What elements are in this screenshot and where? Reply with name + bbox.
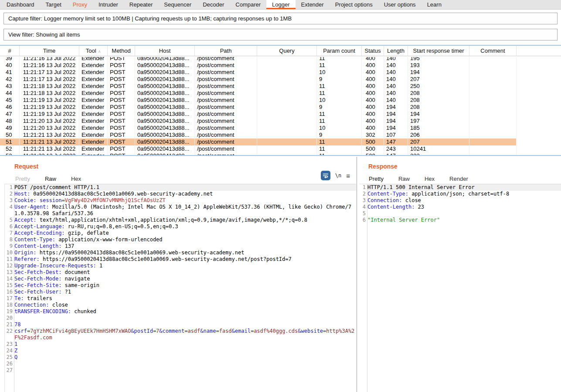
- view-filter-bar[interactable]: View filter: Showing all items: [3, 29, 558, 41]
- log-cell-status: 400: [362, 57, 384, 62]
- column-header-label: Tool: [86, 47, 96, 54]
- tab-repeater[interactable]: Repeater: [124, 0, 158, 9]
- tab-logger[interactable]: Logger: [266, 0, 295, 9]
- log-cell-number: 46: [0, 104, 20, 111]
- tab-proxy[interactable]: Proxy: [67, 0, 93, 9]
- line-content: [14, 361, 356, 367]
- log-cell-method: POST: [108, 83, 135, 90]
- log-cell-path: /post/comment: [195, 152, 257, 155]
- log-row[interactable]: 5311:21:22 13 Jul 2022ExtenderPOST0a9500…: [0, 152, 561, 155]
- log-cell-comment: [469, 111, 517, 118]
- log-row[interactable]: 4211:21:17 13 Jul 2022ExtenderPOST0a9500…: [0, 76, 561, 83]
- editor-line: 1POST /post/comment HTTP/1.1: [5, 184, 356, 191]
- request-response-splitter[interactable]: [357, 157, 357, 392]
- log-cell-param-count: 11: [317, 111, 362, 118]
- log-row[interactable]: 4111:21:17 13 Jul 2022ExtenderPOST0a9500…: [0, 69, 561, 76]
- log-cell-method: POST: [108, 97, 135, 104]
- log-cell-method: POST: [108, 62, 135, 69]
- log-cell-method: POST: [108, 139, 135, 145]
- log-cell-param-count: 11: [317, 83, 362, 90]
- column-header-tool[interactable]: Tool∧: [79, 46, 108, 56]
- word-wrap-toggle-button[interactable]: [321, 171, 330, 180]
- tab-comparer[interactable]: Comparer: [230, 0, 266, 9]
- log-row[interactable]: 4011:21:16 13 Jul 2022ExtenderPOST0a9500…: [0, 62, 561, 69]
- log-cell-param-count: 11: [317, 57, 362, 62]
- log-cell-number: 51: [0, 139, 20, 145]
- line-code: Connection: close: [367, 197, 421, 203]
- request-editor[interactable]: 1POST /post/comment HTTP/1.12Host: 0a950…: [4, 184, 356, 392]
- log-row[interactable]: 5211:21:21 13 Jul 2022ExtenderPOST0a9500…: [0, 145, 561, 152]
- column-header-filler: [517, 46, 561, 56]
- column-header-query[interactable]: Query: [257, 46, 317, 56]
- tab-project-options[interactable]: Project options: [330, 0, 378, 9]
- log-row[interactable]: 4611:21:19 13 Jul 2022ExtenderPOST0a9500…: [0, 104, 561, 111]
- log-cell-query: [257, 145, 317, 152]
- column-header-start-response-timer[interactable]: Start response timer: [408, 46, 469, 56]
- editor-menu-button[interactable]: ≡: [346, 172, 350, 179]
- line-number: 6: [360, 217, 367, 223]
- column-header-time[interactable]: Time: [20, 46, 79, 56]
- line-code: Cookie: session=VgFWy4D2vMfON7vMNMhjQ1Sc…: [14, 197, 166, 203]
- column-header-status[interactable]: Status: [362, 46, 384, 56]
- column-header-path[interactable]: Path: [195, 46, 257, 56]
- log-cell-query: [257, 90, 317, 97]
- log-row[interactable]: 5011:21:21 13 Jul 2022ExtenderPOST0a9500…: [0, 132, 561, 139]
- log-cell-time: 11:21:19 13 Jul 2022: [20, 111, 79, 118]
- tab-learn[interactable]: Learn: [422, 0, 447, 9]
- column-header-host[interactable]: Host: [135, 46, 195, 56]
- log-cell-start-response-timer: 206: [408, 132, 469, 139]
- line-code: Content-Length: 23: [367, 204, 424, 210]
- line-number: 14: [5, 276, 14, 282]
- tab-extender[interactable]: Extender: [296, 0, 330, 9]
- log-cell-host: 0a9500020413d88...: [135, 132, 195, 139]
- log-cell-comment: [469, 152, 517, 155]
- line-content: Connection: close: [14, 302, 356, 308]
- editor-line: 231: [5, 341, 356, 348]
- log-cell-number: 47: [0, 111, 20, 118]
- log-row[interactable]: 3911:21:16 13 Jul 2022ExtenderPOST0a9500…: [0, 57, 561, 62]
- column-header-length[interactable]: Length: [384, 46, 408, 56]
- log-row[interactable]: 4411:21:18 13 Jul 2022ExtenderPOST0a9500…: [0, 90, 561, 97]
- log-cell-status: 302: [362, 132, 384, 139]
- editor-line: 8Content-Type: application/x-www-form-ur…: [5, 237, 356, 243]
- line-number: 16: [5, 289, 14, 295]
- line-number: 5: [5, 217, 14, 223]
- editor-line: 5: [360, 210, 561, 217]
- log-row[interactable]: 4311:21:18 13 Jul 2022ExtenderPOST0a9500…: [0, 83, 561, 90]
- column-header-comment[interactable]: Comment: [469, 46, 517, 56]
- line-content: Accept-Encoding: gzip, deflate: [14, 230, 356, 237]
- tab-sequencer[interactable]: Sequencer: [158, 0, 197, 9]
- log-row[interactable]: 4511:21:19 13 Jul 2022ExtenderPOST0a9500…: [0, 97, 561, 104]
- newline-characters-toggle[interactable]: \n: [335, 172, 341, 179]
- log-row[interactable]: 5111:21:21 13 Jul 2022ExtenderPOST0a9500…: [0, 139, 561, 145]
- tab-intruder[interactable]: Intruder: [93, 0, 124, 9]
- log-cell-status: 400: [362, 104, 384, 111]
- log-cell-time: 11:21:20 13 Jul 2022: [20, 125, 79, 132]
- response-editor[interactable]: 1HTTP/1.1 500 Internal Server Error2Cont…: [360, 184, 561, 392]
- tab-dashboard[interactable]: Dashboard: [1, 0, 40, 9]
- column-header-number[interactable]: #: [0, 46, 20, 56]
- column-header-method[interactable]: Method: [108, 46, 135, 56]
- log-table-header: #TimeTool∧MethodHostPathQueryParam count…: [0, 46, 561, 56]
- line-code: Origin: https://0a9500020413d88ac08c5c1e…: [14, 250, 244, 256]
- editor-line: 6Accept-Language: ru-RU,ru;q=0.8,en-US;q…: [5, 223, 356, 230]
- log-cell-length: 107: [384, 132, 408, 139]
- log-row[interactable]: 4811:21:20 13 Jul 2022ExtenderPOST0a9500…: [0, 118, 561, 125]
- line-content: Te: trailers: [14, 295, 356, 302]
- log-cell-comment: [469, 125, 517, 132]
- log-row[interactable]: 4911:21:20 13 Jul 2022ExtenderPOST0a9500…: [0, 125, 561, 132]
- log-cell-path: /post/comment: [195, 145, 257, 152]
- line-code: 1: [14, 341, 17, 347]
- capture-filter-bar[interactable]: Capture filter: Logger memory limit set …: [3, 13, 558, 24]
- tab-target[interactable]: Target: [40, 0, 67, 9]
- log-cell-host: 0a9500020413d88...: [135, 62, 195, 69]
- line-code: Content-Length: 137: [14, 243, 74, 249]
- log-cell-path: /post/comment: [195, 104, 257, 111]
- tab-user-options[interactable]: User options: [378, 0, 422, 9]
- log-cell-query: [257, 132, 317, 139]
- column-header-param-count[interactable]: Param count: [317, 46, 362, 56]
- log-row[interactable]: 4711:21:19 13 Jul 2022ExtenderPOST0a9500…: [0, 111, 561, 118]
- tab-decoder[interactable]: Decoder: [197, 0, 230, 9]
- line-number: 2: [5, 191, 14, 197]
- line-number: 1: [360, 184, 367, 191]
